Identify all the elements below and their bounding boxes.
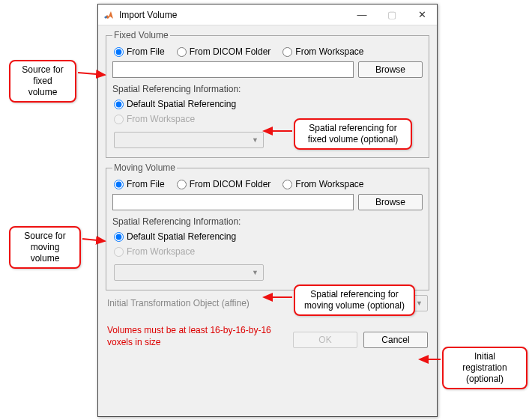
moving-source-radios: From File From DICOM Folder From Workspa…: [112, 176, 423, 194]
dialog-content: Fixed Volume From File From DICOM Folder…: [98, 25, 437, 416]
fixed-from-file-radio[interactable]: From File: [114, 46, 165, 57]
cancel-button[interactable]: Cancel: [363, 332, 428, 348]
moving-spatial-radios: Default Spatial Referencing From Workspa…: [112, 228, 423, 284]
close-button[interactable]: ✕: [407, 4, 437, 25]
maximize-button: ▢: [377, 4, 407, 25]
moving-file-input[interactable]: [112, 194, 354, 210]
ok-button: OK: [293, 332, 357, 348]
import-volume-dialog: Import Volume — ▢ ✕ Fixed Volume From Fi…: [97, 4, 438, 417]
fixed-from-dicom-radio[interactable]: From DICOM Folder: [177, 46, 271, 57]
fixed-file-input[interactable]: [112, 61, 354, 78]
moving-ref-workspace-radio: From Workspace: [114, 246, 421, 257]
moving-file-row: Browse: [112, 194, 423, 210]
size-warning: Volumes must be at least 16-by-16-by-16 …: [107, 325, 279, 348]
bottom-row: Volumes must be at least 16-by-16-by-16 …: [107, 325, 428, 348]
fixed-file-row: Browse: [112, 61, 423, 78]
moving-from-dicom-radio[interactable]: From DICOM Folder: [177, 179, 271, 189]
fixed-ref-combo: ▼: [114, 132, 264, 148]
fixed-browse-button[interactable]: Browse: [358, 61, 423, 78]
moving-ref-default-radio[interactable]: Default Spatial Referencing: [114, 231, 421, 242]
callout-ref-moving: Spatial referencing formoving volume (op…: [294, 284, 415, 316]
callout-source-moving: Source formoving volume: [9, 226, 81, 269]
dialog-buttons: OK Cancel: [293, 332, 428, 348]
moving-volume-panel: Moving Volume From File From DICOM Folde…: [106, 162, 429, 290]
window-controls: — ▢ ✕: [347, 4, 437, 25]
moving-browse-button[interactable]: Browse: [358, 194, 423, 210]
minimize-button[interactable]: —: [347, 4, 377, 25]
titlebar: Import Volume — ▢ ✕: [98, 4, 437, 25]
window-title: Import Volume: [119, 10, 347, 20]
moving-volume-legend: Moving Volume: [112, 162, 177, 173]
callout-ref-fixed: Spatial referencing forfixed volume (opt…: [294, 118, 412, 150]
callout-initial: Initial registration(optional): [442, 347, 528, 389]
fixed-source-radios: From File From DICOM Folder From Workspa…: [112, 43, 423, 61]
moving-spatial-label: Spatial Referencing Information:: [112, 216, 423, 227]
matlab-icon: [103, 9, 115, 21]
fixed-ref-default-radio[interactable]: Default Spatial Referencing: [114, 99, 421, 109]
callout-source-fixed: Source forfixed volume: [9, 60, 76, 103]
moving-from-file-radio[interactable]: From File: [114, 179, 165, 189]
chevron-down-icon: ▼: [252, 136, 259, 144]
initial-transform-label: Initial Transformation Object (affine): [107, 298, 250, 308]
chevron-down-icon: ▼: [252, 269, 259, 276]
moving-ref-combo: ▼: [114, 264, 264, 281]
fixed-spatial-label: Spatial Referencing Information:: [112, 84, 423, 94]
chevron-down-icon: ▼: [416, 299, 423, 307]
moving-from-workspace-radio[interactable]: From Workspace: [282, 179, 363, 189]
fixed-from-workspace-radio[interactable]: From Workspace: [282, 46, 363, 57]
fixed-volume-legend: Fixed Volume: [112, 30, 170, 40]
